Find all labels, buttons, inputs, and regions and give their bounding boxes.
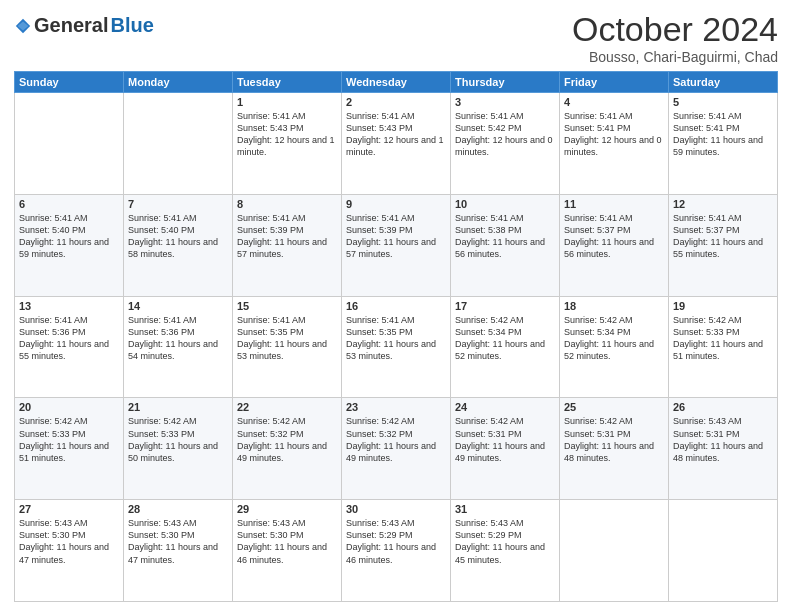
calendar-cell: 21Sunrise: 5:42 AM Sunset: 5:33 PM Dayli… xyxy=(124,398,233,500)
cell-details: Sunrise: 5:41 AM Sunset: 5:41 PM Dayligh… xyxy=(673,110,773,159)
calendar-cell: 5Sunrise: 5:41 AM Sunset: 5:41 PM Daylig… xyxy=(669,93,778,195)
day-number: 28 xyxy=(128,503,228,515)
day-number: 27 xyxy=(19,503,119,515)
cell-details: Sunrise: 5:41 AM Sunset: 5:40 PM Dayligh… xyxy=(128,212,228,261)
calendar-cell: 15Sunrise: 5:41 AM Sunset: 5:35 PM Dayli… xyxy=(233,296,342,398)
day-number: 26 xyxy=(673,401,773,413)
calendar-cell: 20Sunrise: 5:42 AM Sunset: 5:33 PM Dayli… xyxy=(15,398,124,500)
day-number: 19 xyxy=(673,300,773,312)
header: GeneralBlue October 2024 Bousso, Chari-B… xyxy=(14,10,778,65)
day-number: 8 xyxy=(237,198,337,210)
cell-details: Sunrise: 5:41 AM Sunset: 5:43 PM Dayligh… xyxy=(237,110,337,159)
day-header-saturday: Saturday xyxy=(669,72,778,93)
cell-details: Sunrise: 5:42 AM Sunset: 5:31 PM Dayligh… xyxy=(455,415,555,464)
day-number: 16 xyxy=(346,300,446,312)
cell-details: Sunrise: 5:43 AM Sunset: 5:29 PM Dayligh… xyxy=(455,517,555,566)
day-number: 14 xyxy=(128,300,228,312)
day-number: 18 xyxy=(564,300,664,312)
location: Bousso, Chari-Baguirmi, Chad xyxy=(572,49,778,65)
calendar-cell xyxy=(124,93,233,195)
calendar-cell: 26Sunrise: 5:43 AM Sunset: 5:31 PM Dayli… xyxy=(669,398,778,500)
day-number: 29 xyxy=(237,503,337,515)
cell-details: Sunrise: 5:41 AM Sunset: 5:40 PM Dayligh… xyxy=(19,212,119,261)
calendar-cell: 13Sunrise: 5:41 AM Sunset: 5:36 PM Dayli… xyxy=(15,296,124,398)
day-number: 11 xyxy=(564,198,664,210)
day-number: 13 xyxy=(19,300,119,312)
calendar-cell xyxy=(560,500,669,602)
calendar-cell: 12Sunrise: 5:41 AM Sunset: 5:37 PM Dayli… xyxy=(669,194,778,296)
cell-details: Sunrise: 5:43 AM Sunset: 5:30 PM Dayligh… xyxy=(128,517,228,566)
calendar-cell: 8Sunrise: 5:41 AM Sunset: 5:39 PM Daylig… xyxy=(233,194,342,296)
calendar: SundayMondayTuesdayWednesdayThursdayFrid… xyxy=(14,71,778,602)
day-number: 12 xyxy=(673,198,773,210)
calendar-cell: 4Sunrise: 5:41 AM Sunset: 5:41 PM Daylig… xyxy=(560,93,669,195)
calendar-cell: 22Sunrise: 5:42 AM Sunset: 5:32 PM Dayli… xyxy=(233,398,342,500)
cell-details: Sunrise: 5:42 AM Sunset: 5:33 PM Dayligh… xyxy=(19,415,119,464)
day-number: 7 xyxy=(128,198,228,210)
calendar-cell: 7Sunrise: 5:41 AM Sunset: 5:40 PM Daylig… xyxy=(124,194,233,296)
calendar-cell: 19Sunrise: 5:42 AM Sunset: 5:33 PM Dayli… xyxy=(669,296,778,398)
cell-details: Sunrise: 5:42 AM Sunset: 5:31 PM Dayligh… xyxy=(564,415,664,464)
day-number: 2 xyxy=(346,96,446,108)
day-number: 23 xyxy=(346,401,446,413)
day-number: 3 xyxy=(455,96,555,108)
calendar-cell: 29Sunrise: 5:43 AM Sunset: 5:30 PM Dayli… xyxy=(233,500,342,602)
day-number: 1 xyxy=(237,96,337,108)
day-header-tuesday: Tuesday xyxy=(233,72,342,93)
cell-details: Sunrise: 5:42 AM Sunset: 5:33 PM Dayligh… xyxy=(128,415,228,464)
cell-details: Sunrise: 5:42 AM Sunset: 5:32 PM Dayligh… xyxy=(237,415,337,464)
calendar-cell: 18Sunrise: 5:42 AM Sunset: 5:34 PM Dayli… xyxy=(560,296,669,398)
calendar-cell: 27Sunrise: 5:43 AM Sunset: 5:30 PM Dayli… xyxy=(15,500,124,602)
cell-details: Sunrise: 5:42 AM Sunset: 5:33 PM Dayligh… xyxy=(673,314,773,363)
calendar-header-row: SundayMondayTuesdayWednesdayThursdayFrid… xyxy=(15,72,778,93)
calendar-cell: 2Sunrise: 5:41 AM Sunset: 5:43 PM Daylig… xyxy=(342,93,451,195)
calendar-cell: 16Sunrise: 5:41 AM Sunset: 5:35 PM Dayli… xyxy=(342,296,451,398)
calendar-cell: 28Sunrise: 5:43 AM Sunset: 5:30 PM Dayli… xyxy=(124,500,233,602)
day-number: 22 xyxy=(237,401,337,413)
day-number: 21 xyxy=(128,401,228,413)
cell-details: Sunrise: 5:41 AM Sunset: 5:43 PM Dayligh… xyxy=(346,110,446,159)
cell-details: Sunrise: 5:41 AM Sunset: 5:35 PM Dayligh… xyxy=(237,314,337,363)
day-number: 10 xyxy=(455,198,555,210)
cell-details: Sunrise: 5:41 AM Sunset: 5:39 PM Dayligh… xyxy=(346,212,446,261)
calendar-cell: 14Sunrise: 5:41 AM Sunset: 5:36 PM Dayli… xyxy=(124,296,233,398)
day-number: 20 xyxy=(19,401,119,413)
day-number: 17 xyxy=(455,300,555,312)
month-title: October 2024 xyxy=(572,10,778,49)
cell-details: Sunrise: 5:43 AM Sunset: 5:31 PM Dayligh… xyxy=(673,415,773,464)
day-header-friday: Friday xyxy=(560,72,669,93)
calendar-cell: 23Sunrise: 5:42 AM Sunset: 5:32 PM Dayli… xyxy=(342,398,451,500)
day-header-wednesday: Wednesday xyxy=(342,72,451,93)
week-row-4: 27Sunrise: 5:43 AM Sunset: 5:30 PM Dayli… xyxy=(15,500,778,602)
day-number: 25 xyxy=(564,401,664,413)
day-number: 31 xyxy=(455,503,555,515)
week-row-2: 13Sunrise: 5:41 AM Sunset: 5:36 PM Dayli… xyxy=(15,296,778,398)
calendar-cell: 6Sunrise: 5:41 AM Sunset: 5:40 PM Daylig… xyxy=(15,194,124,296)
cell-details: Sunrise: 5:41 AM Sunset: 5:37 PM Dayligh… xyxy=(564,212,664,261)
title-area: October 2024 Bousso, Chari-Baguirmi, Cha… xyxy=(572,10,778,65)
calendar-cell: 31Sunrise: 5:43 AM Sunset: 5:29 PM Dayli… xyxy=(451,500,560,602)
cell-details: Sunrise: 5:43 AM Sunset: 5:30 PM Dayligh… xyxy=(237,517,337,566)
calendar-cell: 9Sunrise: 5:41 AM Sunset: 5:39 PM Daylig… xyxy=(342,194,451,296)
day-header-sunday: Sunday xyxy=(15,72,124,93)
week-row-1: 6Sunrise: 5:41 AM Sunset: 5:40 PM Daylig… xyxy=(15,194,778,296)
calendar-cell: 17Sunrise: 5:42 AM Sunset: 5:34 PM Dayli… xyxy=(451,296,560,398)
calendar-cell: 3Sunrise: 5:41 AM Sunset: 5:42 PM Daylig… xyxy=(451,93,560,195)
logo-general: General xyxy=(34,14,108,37)
day-number: 4 xyxy=(564,96,664,108)
cell-details: Sunrise: 5:41 AM Sunset: 5:38 PM Dayligh… xyxy=(455,212,555,261)
week-row-0: 1Sunrise: 5:41 AM Sunset: 5:43 PM Daylig… xyxy=(15,93,778,195)
cell-details: Sunrise: 5:41 AM Sunset: 5:41 PM Dayligh… xyxy=(564,110,664,159)
logo-blue-text: Blue xyxy=(110,14,153,37)
calendar-cell xyxy=(669,500,778,602)
logo-icon xyxy=(14,17,32,35)
day-header-monday: Monday xyxy=(124,72,233,93)
calendar-cell: 1Sunrise: 5:41 AM Sunset: 5:43 PM Daylig… xyxy=(233,93,342,195)
week-row-3: 20Sunrise: 5:42 AM Sunset: 5:33 PM Dayli… xyxy=(15,398,778,500)
cell-details: Sunrise: 5:41 AM Sunset: 5:39 PM Dayligh… xyxy=(237,212,337,261)
day-number: 30 xyxy=(346,503,446,515)
calendar-cell xyxy=(15,93,124,195)
calendar-cell: 10Sunrise: 5:41 AM Sunset: 5:38 PM Dayli… xyxy=(451,194,560,296)
logo: GeneralBlue xyxy=(14,14,154,37)
cell-details: Sunrise: 5:41 AM Sunset: 5:42 PM Dayligh… xyxy=(455,110,555,159)
